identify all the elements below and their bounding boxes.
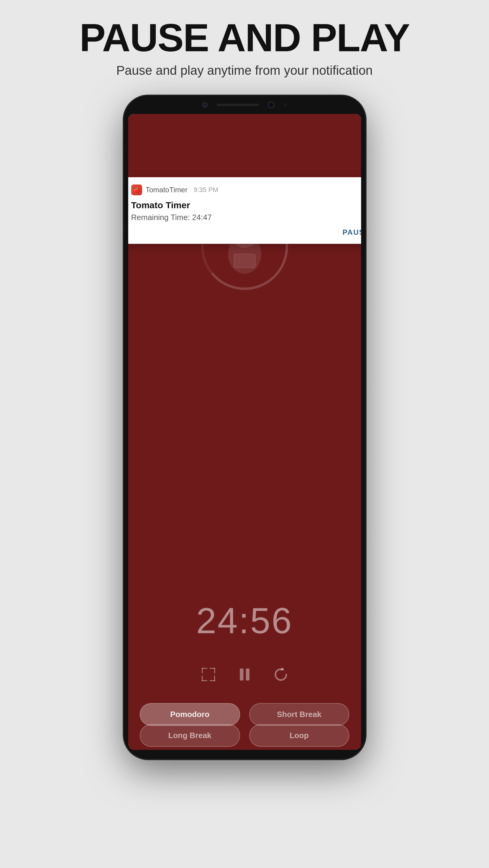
phone-mockup: 22:10 | Fri 2 November ⚙ 📶 🔇 📡 ↺ 🔦 ✈: [124, 96, 365, 759]
notif-body: Remaining Time: 24:47: [131, 213, 361, 222]
notification-card: 🍅 TomatoTimer 9:35 PM ⌃ Tomato Timer Rem…: [128, 177, 361, 244]
notif-actions: PAUSE: [131, 228, 361, 237]
svg-rect-13: [214, 668, 215, 673]
long-break-mode-button[interactable]: Long Break: [140, 724, 240, 747]
timer-controls: [199, 665, 290, 684]
loop-mode-button[interactable]: Loop: [249, 724, 349, 747]
phone-top-bar: [128, 96, 361, 114]
camera-left: [202, 102, 207, 107]
pause-button[interactable]: [236, 665, 254, 684]
phone-screen: 22:10 | Fri 2 November ⚙ 📶 🔇 📡 ↺ 🔦 ✈: [128, 114, 361, 750]
page-subtitle: Pause and play anytime from your notific…: [116, 63, 373, 78]
mode-buttons-row1: Pomodoro Short Break: [140, 703, 349, 726]
svg-rect-6: [234, 254, 255, 268]
notif-time: 9:35 PM: [194, 186, 219, 194]
notif-app-name: TomatoTimer: [146, 186, 188, 194]
reset-button[interactable]: [272, 665, 290, 684]
app-icon: 🍅: [131, 184, 142, 195]
notif-title: Tomato Timer: [131, 200, 361, 210]
pomodoro-mode-button[interactable]: Pomodoro: [140, 703, 240, 726]
expand-button[interactable]: [199, 665, 218, 684]
camera-main: [268, 101, 275, 108]
notif-header: 🍅 TomatoTimer 9:35 PM ⌃: [131, 184, 361, 195]
svg-rect-18: [240, 669, 243, 681]
page-headline: PAUSE AND PLAY: [79, 18, 409, 57]
svg-rect-17: [214, 676, 215, 681]
svg-rect-15: [202, 676, 203, 681]
notif-pause-button[interactable]: PAUSE: [343, 228, 361, 237]
mode-buttons-row2: Long Break Loop: [140, 724, 349, 747]
camera-right: [284, 103, 287, 107]
phone-frame: 22:10 | Fri 2 November ⚙ 📶 🔇 📡 ↺ 🔦 ✈: [124, 96, 365, 759]
speaker-bar: [217, 104, 259, 106]
short-break-mode-button[interactable]: Short Break: [249, 703, 349, 726]
timer-display: 24:56: [196, 600, 293, 641]
svg-rect-19: [246, 669, 250, 681]
svg-rect-11: [202, 668, 203, 673]
